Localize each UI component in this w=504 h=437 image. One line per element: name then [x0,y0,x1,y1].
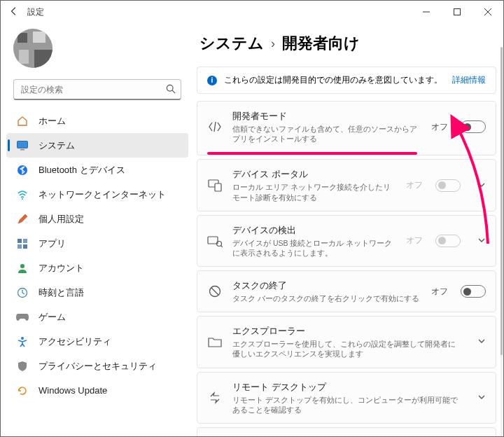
svg-rect-9 [23,244,27,249]
brush-icon [16,213,29,226]
svg-rect-14 [215,183,221,191]
maximize-icon [454,8,461,15]
card-title: エクスプローラー [232,325,461,338]
maximize-button[interactable] [442,1,472,23]
toggle-state: オフ [406,179,423,191]
close-button[interactable] [472,1,503,23]
info-link[interactable]: 詳細情報 [452,74,486,86]
nav-label: ホーム [38,115,66,127]
system-icon [16,139,29,152]
nav-label: Bluetooth とデバイス [38,164,125,176]
chevron-down-icon[interactable] [477,235,486,247]
user-profile[interactable] [6,23,188,79]
person-icon [16,262,29,275]
nav-label: プライバシーとセキュリティ [38,360,157,373]
svg-rect-3 [20,149,24,151]
svg-point-5 [22,198,23,200]
nav-label: アカウント [38,262,84,275]
card-title: デバイスの検出 [232,224,396,237]
card-developer-mode[interactable]: 開発者モード信頼できないファイルも含めて、任意のソースからアプリをインストールす… [197,101,496,155]
minimize-button[interactable] [411,1,442,23]
card-desc: エクスプローラーを使用して、これらの設定を調整して開発者に優しいエクスペリエンス… [232,339,461,359]
folder-icon [207,334,223,349]
nav-personalization[interactable]: 個人用設定 [6,207,188,231]
svg-point-12 [21,337,24,340]
nav-bluetooth[interactable]: Bluetooth とデバイス [6,158,188,182]
svg-rect-8 [18,244,22,249]
nav-accessibility[interactable]: アクセシビリティ [6,329,188,354]
toggle-switch[interactable] [435,235,461,247]
prohibit-icon [207,284,223,299]
card-remote-desktop[interactable]: リモート デスクトップリモート デスクトップを有効にし、コンピューターが利用可能… [197,372,496,424]
svg-point-1 [167,85,173,91]
code-brackets-icon [207,119,223,134]
toggle-switch[interactable] [435,179,461,192]
update-icon [16,384,29,397]
avatar-icon [13,29,52,68]
page-title: 開発者向け [282,33,360,54]
toggle-state: オフ [431,286,448,298]
nav-label: ネットワークとインターネット [38,188,166,201]
info-text: これらの設定は開発目的での使用のみを意図しています。 [224,74,442,86]
search-input[interactable] [13,79,181,100]
svg-rect-2 [18,141,28,148]
chevron-down-icon[interactable] [477,391,486,404]
back-button[interactable] [9,6,19,18]
info-banner: i これらの設定は開発目的での使用のみを意図しています。 詳細情報 [197,67,496,94]
nav-gaming[interactable]: ゲーム [6,305,188,329]
nav-label: Windows Update [38,385,107,396]
apps-icon [16,237,29,250]
card-desc: デバイスが USB 接続とローカル ネットワークに表示されるようにします。 [232,238,396,258]
svg-rect-6 [18,239,22,243]
card-device-portal[interactable]: デバイス ポータルローカル エリア ネットワーク接続を介したリモート診断を有効に… [197,159,496,211]
nav-apps[interactable]: アプリ [6,231,188,256]
device-portal-icon [207,178,223,193]
gamepad-icon [16,311,29,324]
svg-rect-7 [23,239,27,243]
card-title: デバイス ポータル [232,168,396,181]
breadcrumb-parent[interactable]: システム [200,33,264,54]
chevron-down-icon[interactable] [477,335,486,348]
card-terminal[interactable]: ターミナルコマンドライン アプリをホストするための、既定のターミナル アプリを選… [197,427,496,437]
window-title: 設定 [27,6,44,18]
accessibility-icon [16,335,29,348]
toggle-state: オフ [431,121,448,133]
card-desc: タスク バーのタスクの終了を右クリックで有効にする [232,293,421,303]
svg-rect-15 [208,237,218,244]
main-panel: システム › 開発者向け i これらの設定は開発目的での使用のみを意図しています… [190,23,503,437]
bluetooth-icon [16,164,29,176]
card-title: 開発者モード [232,110,421,123]
svg-point-10 [20,264,24,268]
card-desc: ローカル エリア ネットワーク接続を介したリモート診断を有効にする [232,182,396,202]
device-discovery-icon [207,233,223,249]
toggle-switch[interactable] [461,285,486,298]
minimize-icon [423,8,430,15]
card-device-discovery[interactable]: デバイスの検出デバイスが USB 接続とローカル ネットワークに表示されるように… [197,215,496,267]
nav-network[interactable]: ネットワークとインターネット [6,182,188,207]
nav-label: 個人用設定 [38,213,84,226]
card-desc: 信頼できないファイルも含めて、任意のソースからアプリをインストールする [232,124,421,144]
toggle-switch[interactable] [461,120,486,133]
annotation-underline [207,152,417,155]
nav-system[interactable]: システム [6,133,188,158]
search-box[interactable] [13,79,181,100]
close-icon [484,8,491,15]
chevron-down-icon[interactable] [477,179,486,192]
nav-label: 時刻と言語 [38,286,84,299]
scrollbar-thumb[interactable] [500,47,503,355]
home-icon [16,115,29,127]
nav-time-language[interactable]: 時刻と言語 [6,280,188,305]
nav-privacy[interactable]: プライバシーとセキュリティ [6,354,188,378]
remote-desktop-icon [207,390,223,405]
nav-windows-update[interactable]: Windows Update [6,378,188,403]
chevron-right-icon: › [271,36,275,51]
card-end-task[interactable]: タスクの終了タスク バーのタスクの終了を右クリックで有効にする オフ [197,270,496,312]
card-title: リモート デスクトップ [232,381,461,394]
toggle-state: オフ [406,235,423,247]
nav-accounts[interactable]: アカウント [6,256,188,280]
nav-home[interactable]: ホーム [6,109,188,133]
nav-label: ゲーム [38,311,66,324]
card-explorer[interactable]: エクスプローラーエクスプローラーを使用して、これらの設定を調整して開発者に優しい… [197,316,496,368]
sidebar: ホーム システム Bluetooth とデバイス ネットワークとインターネット … [1,23,190,437]
shield-icon [16,360,29,373]
